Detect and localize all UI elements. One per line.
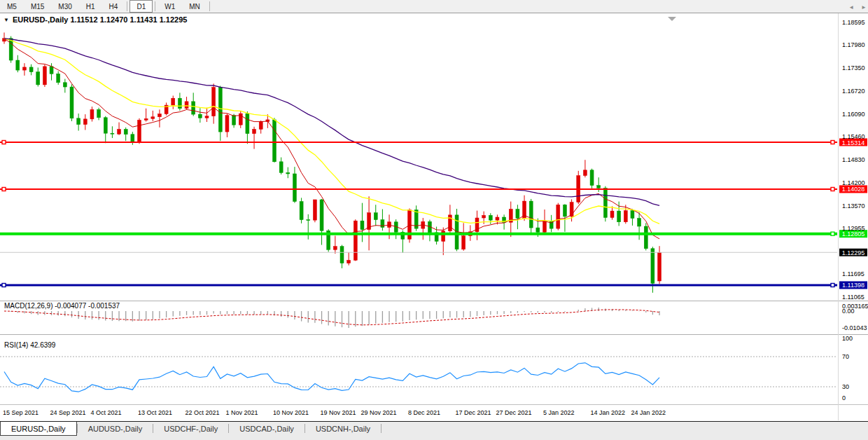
bid-price-line[interactable]: 1.12295 — [0, 249, 867, 256]
date-axis-label: 15 Sep 2021 — [3, 409, 38, 416]
resistance-line-1-right-handle[interactable] — [831, 141, 834, 144]
rsi-axis-label: 70 — [842, 353, 849, 360]
timeframe-M30[interactable]: M30 — [51, 0, 78, 13]
timeframe-M5[interactable]: M5 — [0, 0, 24, 13]
price-axis-label: 1.15460 — [842, 133, 865, 140]
resistance-line-1[interactable]: 1.15314 — [0, 139, 867, 146]
macd-axis[interactable]: 0.0031650.00-0.01043 — [842, 303, 868, 331]
date-axis-label: 29 Nov 2021 — [360, 409, 396, 416]
price-axis-label: 1.17980 — [842, 41, 865, 48]
timeframe-toolbar: M5M15M30H1H4D1W1MN — [0, 0, 868, 13]
tab-usdcnh-daily[interactable]: USDCNH-,Daily — [305, 422, 381, 435]
price-axis-label: 1.14200 — [842, 179, 865, 186]
price-axis-label: 1.17350 — [842, 64, 865, 71]
price-axis-label: 1.11065 — [842, 294, 864, 301]
date-axis-label: 22 Oct 2021 — [186, 409, 220, 416]
date-axis-label: 17 Dec 2021 — [456, 409, 491, 416]
rsi-level-lines — [0, 357, 837, 387]
chart-dropdown-icon[interactable]: ▼ — [4, 17, 9, 23]
mt4-chart-window: { "colors": { "bull": "#e10000", "bear":… — [0, 0, 868, 440]
price-axis-label: 1.16720 — [842, 88, 865, 95]
date-axis-label: 8 Dec 2021 — [408, 409, 440, 416]
pane-separators — [0, 13, 868, 421]
rsi-line — [4, 363, 659, 392]
macd-axis-label: -0.01043 — [842, 324, 867, 331]
support-line-blue-right-handle[interactable] — [831, 283, 834, 287]
macd-signal-line — [4, 310, 659, 325]
price-axis-label: 1.13570 — [842, 202, 865, 209]
chart-shift-marker-icon — [668, 17, 676, 21]
date-axis-label: 14 Jan 2022 — [591, 409, 626, 416]
tab-scroll-right-icon[interactable]: ► — [861, 4, 867, 11]
rsi-indicator-label: RSI(14) 42.6399 — [4, 341, 55, 349]
tab-eurusd-daily[interactable]: EURUSD-,Daily — [0, 422, 77, 436]
resistance-line-2-badge-label: 1.14028 — [842, 186, 865, 193]
resistance-line-2-left-handle[interactable] — [2, 187, 6, 191]
ma-fast-line — [4, 39, 659, 239]
rsi-axis[interactable]: 10070300 — [842, 335, 853, 401]
support-line-blue-badge-label: 1.11398 — [842, 282, 864, 289]
resistance-line-1-left-handle[interactable] — [2, 141, 6, 144]
tab-scroll-arrows: ◄ ► — [848, 4, 867, 11]
tab-scroll-left-icon[interactable]: ◄ — [848, 4, 854, 11]
candlestick-series — [3, 32, 662, 292]
tab-usdcad-daily[interactable]: USDCAD-,Daily — [229, 422, 304, 435]
chart-title: ▼ EURUSD-,Daily 1.11512 1.12470 1.11431 … — [4, 15, 187, 24]
price-axis-label: 1.16090 — [842, 111, 865, 118]
date-axis-label: 13 Oct 2021 — [138, 409, 172, 416]
toolbar-divider — [209, 1, 210, 11]
price-axis[interactable]: 1.185951.179801.173501.167201.160901.154… — [842, 19, 865, 301]
timeframe-D1[interactable]: D1 — [130, 0, 153, 13]
tab-audusd-daily[interactable]: AUDUSD-,Daily — [78, 422, 153, 435]
date-axis-label: 24 Sep 2021 — [50, 409, 86, 416]
ma-slow-line — [4, 39, 659, 205]
toolbar-divider — [155, 1, 155, 11]
bid-price-line-badge-label: 1.12295 — [842, 249, 865, 256]
date-axis-label: 4 Oct 2021 — [90, 409, 121, 416]
resistance-line-2-right-handle[interactable] — [831, 187, 834, 191]
price-axis-label: 1.11695 — [842, 270, 864, 277]
price-axis-label: 1.14830 — [842, 156, 865, 163]
macd-indicator-label: MACD(12,26,9) -0.004077 -0.001537 — [4, 302, 120, 310]
toolbar-divider — [127, 1, 127, 11]
chart-title-text: EURUSD-,Daily 1.11512 1.12470 1.11431 1.… — [13, 15, 188, 24]
date-axis-label: 5 Jan 2022 — [543, 409, 575, 416]
support-line-blue-left-handle[interactable] — [2, 283, 6, 287]
date-axis[interactable]: 15 Sep 202124 Sep 20214 Oct 202113 Oct 2… — [3, 409, 666, 416]
timeframe-M15[interactable]: M15 — [24, 0, 51, 13]
date-axis-label: 10 Nov 2021 — [273, 409, 309, 416]
date-axis-label: 27 Dec 2021 — [496, 409, 531, 416]
tab-divider — [381, 424, 382, 433]
date-axis-label: 19 Nov 2021 — [321, 409, 356, 416]
resistance-line-2[interactable]: 1.14028 — [0, 185, 867, 193]
symbol-tabbar: EURUSD-,DailyAUDUSD-,DailyUSDCHF-,DailyU… — [0, 421, 868, 440]
macd-axis-label: 0.00 — [842, 308, 855, 315]
chart-canvas[interactable]: 1.153141.140281.128051.122951.113981.185… — [0, 0, 868, 440]
support-line-green-right-handle[interactable] — [831, 232, 834, 235]
timeframe-MN[interactable]: MN — [182, 0, 207, 13]
tab-usdchf-daily[interactable]: USDCHF-,Daily — [153, 422, 228, 435]
price-axis-label: 1.18595 — [842, 19, 865, 26]
date-axis-label: 24 Jan 2022 — [631, 409, 666, 416]
date-axis-label: 1 Nov 2021 — [225, 409, 258, 416]
rsi-axis-label: 100 — [842, 335, 853, 342]
support-line-blue[interactable]: 1.11398 — [0, 281, 867, 289]
timeframe-H1[interactable]: H1 — [79, 0, 102, 13]
timeframe-W1[interactable]: W1 — [158, 0, 182, 13]
rsi-axis-label: 30 — [842, 383, 849, 390]
rsi-axis-label: 0 — [842, 394, 846, 401]
support-line-green[interactable]: 1.12805 — [0, 230, 867, 238]
price-axis-label: 1.12955 — [842, 225, 865, 232]
timeframe-H4[interactable]: H4 — [102, 0, 125, 13]
